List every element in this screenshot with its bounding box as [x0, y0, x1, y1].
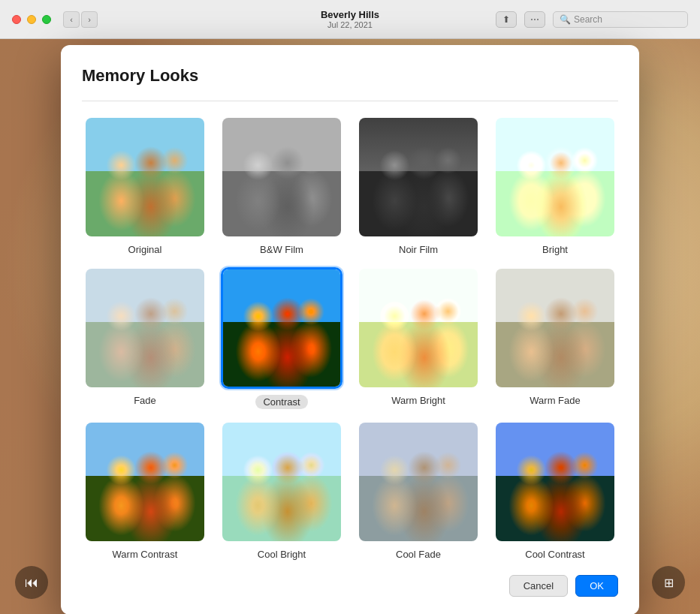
- look-item-bright[interactable]: Bright: [492, 116, 618, 255]
- titlebar-title: Beverly Hills: [321, 9, 379, 20]
- look-label-contrast: Contrast: [255, 395, 307, 409]
- photo-bw: [222, 118, 341, 236]
- look-thumbnail-warm-fade: [494, 267, 616, 389]
- look-label-noir-film: Noir Film: [399, 244, 438, 255]
- rewind-button[interactable]: ⏮: [15, 566, 48, 599]
- cancel-button[interactable]: Cancel: [509, 575, 568, 597]
- memory-looks-dialog: Memory Looks Original B&W Film Noir Film: [61, 45, 639, 614]
- dialog-footer: Cancel OK: [82, 575, 618, 597]
- close-button[interactable]: [12, 15, 21, 24]
- look-item-warm-bright[interactable]: Warm Bright: [355, 267, 481, 409]
- dialog-title: Memory Looks: [82, 66, 618, 86]
- look-item-contrast[interactable]: Contrast: [219, 267, 345, 409]
- look-thumbnail-contrast: [221, 267, 342, 389]
- search-placeholder: Search: [574, 14, 602, 25]
- look-item-noir-film[interactable]: Noir Film: [355, 116, 481, 255]
- look-thumbnail-original: [84, 116, 206, 238]
- look-label-original: Original: [128, 244, 162, 255]
- grid-button[interactable]: ⊞: [652, 566, 685, 599]
- look-thumbnail-bright: [494, 116, 616, 238]
- look-item-cool-contrast[interactable]: Cool Contrast: [492, 421, 618, 560]
- photo-warm-fade: [496, 269, 614, 387]
- photo-cool-contrast: [496, 423, 614, 541]
- look-item-warm-contrast[interactable]: Warm Contrast: [82, 421, 208, 560]
- back-button[interactable]: ‹: [63, 11, 80, 28]
- maximize-button[interactable]: [42, 15, 51, 24]
- look-thumbnail-cool-fade: [358, 421, 479, 543]
- look-thumbnail-cool-contrast: [494, 421, 616, 543]
- minimize-button[interactable]: [27, 15, 36, 24]
- look-item-original[interactable]: Original: [82, 116, 208, 255]
- search-icon: 🔍: [560, 14, 571, 25]
- look-thumbnail-warm-bright: [358, 267, 479, 389]
- titlebar: ‹ › Beverly Hills Jul 22, 2021 ⬆ ⋯ 🔍 Sea…: [0, 0, 700, 39]
- photo-cool-bright: [222, 423, 341, 541]
- look-label-warm-bright: Warm Bright: [391, 395, 445, 406]
- look-thumbnail-cool-bright: [221, 421, 342, 543]
- look-thumbnail-noir-film: [358, 116, 479, 238]
- photo-noir: [359, 118, 478, 236]
- action-button[interactable]: ⋯: [524, 11, 545, 28]
- photo-contrast: [223, 269, 340, 387]
- photo-original: [86, 118, 204, 236]
- look-item-cool-bright[interactable]: Cool Bright: [219, 421, 345, 560]
- titlebar-subtitle: Jul 22, 2021: [321, 20, 379, 29]
- look-label-bw-film: B&W Film: [260, 244, 303, 255]
- look-item-bw-film[interactable]: B&W Film: [219, 116, 345, 255]
- photo-bright: [496, 118, 614, 236]
- photo-fade: [86, 269, 204, 387]
- look-item-fade[interactable]: Fade: [82, 267, 208, 409]
- look-label-warm-contrast: Warm Contrast: [113, 549, 178, 560]
- nav-arrows: ‹ ›: [63, 11, 98, 28]
- dialog-separator: [82, 101, 618, 101]
- forward-button[interactable]: ›: [81, 11, 98, 28]
- look-thumbnail-warm-contrast: [84, 421, 206, 543]
- look-thumbnail-bw-film: [221, 116, 342, 238]
- photo-cool-fade: [359, 423, 478, 541]
- looks-grid: Original B&W Film Noir Film Bright: [82, 116, 618, 560]
- look-label-cool-fade: Cool Fade: [396, 549, 441, 560]
- look-thumbnail-fade: [84, 267, 206, 389]
- look-item-cool-fade[interactable]: Cool Fade: [355, 421, 481, 560]
- photo-warm-contrast: [86, 423, 204, 541]
- look-item-warm-fade[interactable]: Warm Fade: [492, 267, 618, 409]
- titlebar-controls: ⬆ ⋯ 🔍 Search: [496, 11, 688, 28]
- titlebar-center: Beverly Hills Jul 22, 2021: [321, 9, 379, 29]
- search-bar[interactable]: 🔍 Search: [553, 11, 688, 28]
- photo-warm-bright: [359, 269, 478, 387]
- look-label-cool-contrast: Cool Contrast: [525, 549, 584, 560]
- ok-button[interactable]: OK: [575, 575, 618, 597]
- look-label-bright: Bright: [542, 244, 568, 255]
- traffic-lights: [12, 15, 51, 24]
- share-button[interactable]: ⬆: [496, 11, 517, 28]
- look-label-fade: Fade: [134, 395, 156, 406]
- look-label-warm-fade: Warm Fade: [530, 395, 580, 406]
- look-label-cool-bright: Cool Bright: [258, 549, 306, 560]
